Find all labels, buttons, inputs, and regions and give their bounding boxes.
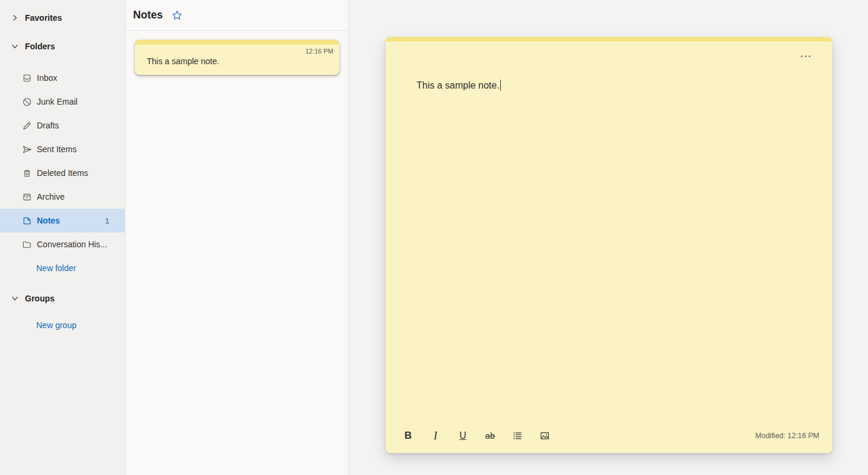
folder-label: Archive (37, 192, 65, 202)
sidebar-section-favorites[interactable]: Favorites (0, 6, 125, 30)
bullet-list-button[interactable] (508, 426, 527, 445)
note-text-editor[interactable]: This a sample note. (386, 42, 832, 220)
italic-button[interactable]: I (426, 426, 445, 445)
sidebar-section-folders[interactable]: Folders (0, 34, 125, 58)
archive-icon (21, 191, 33, 203)
groups-label: Groups (25, 294, 55, 303)
inbox-icon (21, 73, 33, 84)
chevron-down-icon (10, 294, 20, 303)
folder-label: Notes (37, 216, 60, 225)
note-editor: ... This a sample note. B I U ab (386, 37, 832, 453)
insert-image-button[interactable] (535, 426, 554, 445)
italic-glyph: I (434, 430, 437, 442)
text-caret (500, 80, 501, 91)
sidebar-item-archive[interactable]: Archive (0, 185, 125, 209)
folder-label: Conversation His... (37, 240, 107, 249)
favorites-label: Favorites (25, 13, 62, 23)
pencil-icon (21, 120, 33, 131)
note-icon (21, 215, 33, 227)
app-window: Favorites Folders Inbox (0, 0, 868, 475)
strikethrough-button[interactable]: ab (481, 426, 500, 445)
folder-label: Drafts (37, 121, 59, 130)
folder-label: Deleted Items (37, 168, 88, 178)
sidebar-item-drafts[interactable]: Drafts (0, 114, 125, 137)
bold-button[interactable]: B (399, 426, 418, 445)
send-icon (21, 144, 33, 155)
sidebar-item-sent-items[interactable]: Sent Items (0, 137, 125, 161)
ellipsis-icon: ... (800, 51, 812, 57)
new-folder-link[interactable]: New folder (0, 256, 125, 280)
folder-sidebar: Favorites Folders Inbox (0, 0, 125, 475)
sidebar-item-inbox[interactable]: Inbox (0, 66, 125, 90)
new-group-link[interactable]: New group (0, 313, 125, 337)
modified-timestamp: Modified: 12:16 PM (755, 432, 819, 440)
folder-label: Junk Email (37, 97, 77, 106)
note-list-item[interactable]: 12:16 PM This a sample note. (135, 40, 339, 75)
sidebar-item-notes[interactable]: Notes 1 (0, 209, 125, 232)
block-icon (21, 96, 33, 108)
unread-count-badge: 1 (105, 216, 125, 225)
note-preview-text: This a sample note. (147, 56, 333, 66)
trash-icon (21, 168, 33, 179)
note-timestamp: 12:16 PM (147, 48, 333, 55)
notes-list-pane: Notes 12:16 PM This a sample note. (125, 0, 349, 475)
more-options-button[interactable]: ... (796, 46, 817, 62)
reading-pane: ... This a sample note. B I U ab (349, 0, 868, 475)
image-icon (539, 430, 551, 442)
list-header: Notes (125, 0, 348, 31)
underline-glyph: U (459, 430, 466, 441)
note-card-strip (135, 40, 339, 45)
new-folder-label: New folder (36, 263, 76, 273)
new-group-label: New group (36, 320, 77, 330)
page-title: Notes (133, 9, 163, 21)
strikethrough-glyph: ab (485, 431, 495, 441)
chevron-down-icon (10, 42, 20, 51)
folder-label: Sent Items (37, 144, 77, 154)
folders-label: Folders (25, 42, 55, 51)
sidebar-section-groups[interactable]: Groups (0, 287, 125, 310)
note-card-body: 12:16 PM This a sample note. (135, 45, 339, 75)
chevron-right-icon (10, 13, 20, 23)
editor-strip (386, 37, 832, 42)
sidebar-item-deleted-items[interactable]: Deleted Items (0, 161, 125, 185)
bold-glyph: B (405, 430, 412, 442)
sidebar-item-conversation-history[interactable]: Conversation His... (0, 232, 125, 256)
bullet-list-icon (512, 430, 523, 442)
folder-icon (21, 239, 33, 250)
star-favorite-icon[interactable] (171, 9, 184, 22)
folder-label: Inbox (37, 73, 57, 83)
format-toolbar: B I U ab (386, 419, 832, 453)
note-text: This a sample note. (416, 80, 500, 90)
underline-button[interactable]: U (453, 426, 472, 445)
sidebar-item-junk-email[interactable]: Junk Email (0, 90, 125, 114)
